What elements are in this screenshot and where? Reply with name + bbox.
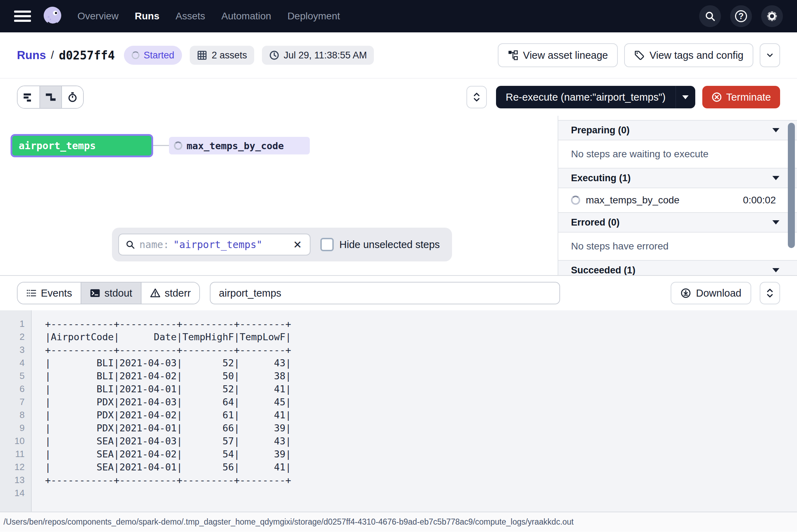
- primary-nav: Overview Runs Assets Automation Deployme…: [77, 11, 340, 22]
- tab-stdout[interactable]: stdout: [81, 283, 141, 304]
- reexecute-button[interactable]: Re-execute (name:"airport_temps"): [496, 86, 695, 108]
- step-graph-canvas[interactable]: airport_temps max_temps_by_code name: "a…: [0, 116, 558, 275]
- help-icon: [735, 10, 747, 22]
- log-file-path: /Users/ben/repos/components_demo/spark-d…: [4, 517, 574, 527]
- log-line: 6| BLI|2021-04-01| 52| 41|: [0, 382, 797, 395]
- tab-stderr[interactable]: stderr: [141, 283, 199, 304]
- step-filter-input[interactable]: name: "airport_temps": [118, 234, 310, 255]
- log-line: 4| BLI|2021-04-03| 52| 43|: [0, 356, 797, 369]
- executing-step-row[interactable]: max_temps_by_code 0:00:02: [558, 188, 797, 212]
- section-succeeded-title: Succeeded (1): [571, 265, 635, 276]
- spinner-icon: [571, 196, 580, 205]
- log-line: 14: [0, 487, 797, 500]
- hamburger-menu-icon[interactable]: [14, 11, 31, 22]
- log-line: 1+-----------+----------+---------+-----…: [0, 317, 797, 330]
- settings-button[interactable]: [761, 5, 783, 27]
- clear-filter-icon[interactable]: [291, 239, 303, 251]
- lineage-icon: [508, 50, 518, 61]
- run-header: Runs / d0257ff4 Started 2 assets Jul 29,…: [0, 32, 797, 78]
- filter-query-value: "airport_temps": [173, 239, 262, 251]
- search-button[interactable]: [699, 5, 721, 27]
- log-line: 3+-----------+----------+---------+-----…: [0, 343, 797, 356]
- executing-step-name: max_temps_by_code: [586, 195, 679, 206]
- hide-unselected-label: Hide unselected steps: [339, 239, 440, 251]
- run-id: d0257ff4: [59, 49, 115, 62]
- step-node-max-temps-by-code[interactable]: max_temps_by_code: [169, 137, 310, 154]
- view-asset-lineage-label: View asset lineage: [523, 50, 608, 61]
- reexecute-dropdown[interactable]: [676, 86, 695, 108]
- nav-item-automation[interactable]: Automation: [221, 11, 271, 22]
- log-line: 8| PDX|2021-04-02| 61| 41|: [0, 408, 797, 422]
- log-line: 2|AirportCode| Date|TempHighF|TempLowF|: [0, 330, 797, 343]
- search-icon: [125, 240, 135, 249]
- stopwatch-icon: [67, 92, 78, 102]
- run-status-label: Started: [144, 50, 174, 61]
- section-preparing-header[interactable]: Preparing (0): [558, 120, 797, 140]
- search-icon: [704, 11, 716, 22]
- tab-events[interactable]: Events: [18, 283, 81, 304]
- assets-chip-label: 2 assets: [212, 50, 247, 61]
- expand-logs-button[interactable]: [760, 282, 780, 304]
- view-asset-lineage-button[interactable]: View asset lineage: [498, 43, 618, 67]
- caret-down-icon: [772, 268, 779, 272]
- nav-item-runs[interactable]: Runs: [135, 11, 159, 22]
- log-line: 5| BLI|2021-04-02| 50| 38|: [0, 369, 797, 382]
- view-tags-config-button[interactable]: View tags and config: [624, 43, 753, 67]
- nav-item-overview[interactable]: Overview: [77, 11, 119, 22]
- log-line: 13+-----------+----------+---------+----…: [0, 474, 797, 487]
- circle-x-icon: [711, 92, 722, 102]
- clock-icon: [269, 50, 280, 61]
- view-mode-waterfall-button[interactable]: [39, 86, 61, 108]
- download-button[interactable]: Download: [671, 282, 751, 304]
- zoom-fit-button[interactable]: [466, 86, 487, 108]
- log-step-selector-value: airport_temps: [219, 287, 281, 299]
- expand-vertical-icon: [472, 92, 481, 102]
- dagster-logo-icon[interactable]: [42, 5, 63, 27]
- view-mode-flat-button[interactable]: [18, 86, 39, 108]
- terminate-label: Terminate: [726, 91, 771, 103]
- run-status-badge: Started: [124, 46, 182, 65]
- caret-down-icon: [772, 220, 779, 224]
- step-filter-bar: name: "airport_temps" Hide unselected st…: [112, 228, 452, 261]
- log-step-selector[interactable]: airport_temps: [210, 282, 560, 304]
- assets-chip[interactable]: 2 assets: [190, 46, 254, 65]
- log-file-path-bar: /Users/ben/repos/components_demo/spark-d…: [0, 512, 797, 532]
- settings-gear-icon: [766, 10, 778, 23]
- reexecute-label: Re-execute (name:"airport_temps"): [496, 86, 676, 108]
- spinner-icon: [174, 141, 182, 150]
- log-line: 12| SEA|2021-04-01| 56| 41|: [0, 461, 797, 474]
- log-line: 9| PDX|2021-04-01| 66| 39|: [0, 422, 797, 435]
- step-node-airport-temps[interactable]: airport_temps: [11, 134, 153, 157]
- breadcrumb-separator: /: [51, 49, 54, 62]
- breadcrumb-runs-link[interactable]: Runs: [17, 49, 46, 62]
- grid-icon: [197, 50, 207, 61]
- section-executing-header[interactable]: Executing (1): [558, 168, 797, 188]
- timestamp-chip: Jul 29, 11:38:55 AM: [262, 46, 374, 65]
- section-errored-empty: No steps have errored: [558, 233, 797, 260]
- run-actions-dropdown-button[interactable]: [760, 43, 780, 67]
- view-mode-timer-button[interactable]: [61, 86, 83, 108]
- run-gantt-area: airport_temps max_temps_by_code name: "a…: [0, 116, 797, 275]
- timestamp-label: Jul 29, 11:38:55 AM: [284, 50, 367, 61]
- log-output[interactable]: 1+-----------+----------+---------+-----…: [0, 310, 797, 512]
- hide-unselected-checkbox[interactable]: [320, 238, 334, 251]
- expand-vertical-icon: [765, 288, 774, 298]
- nav-item-deployment[interactable]: Deployment: [287, 11, 340, 22]
- nav-item-assets[interactable]: Assets: [176, 11, 205, 22]
- terminate-button[interactable]: Terminate: [702, 86, 780, 108]
- steps-panel-scrollbar[interactable]: [788, 123, 795, 248]
- tab-events-label: Events: [41, 287, 72, 299]
- chevron-down-icon: [765, 51, 774, 60]
- section-errored-header[interactable]: Errored (0): [558, 212, 797, 233]
- download-icon: [680, 288, 691, 298]
- section-succeeded-header[interactable]: Succeeded (1): [558, 260, 797, 275]
- terminal-icon: [90, 288, 100, 298]
- log-line: 7| PDX|2021-04-03| 64| 45|: [0, 395, 797, 408]
- steps-panel: Preparing (0) No steps are waiting to ex…: [558, 116, 797, 275]
- caret-down-icon: [772, 176, 779, 180]
- event-list-icon: [26, 288, 37, 298]
- tab-stderr-label: stderr: [165, 287, 191, 299]
- filter-query-prefix: name:: [139, 239, 169, 251]
- help-button[interactable]: [730, 5, 752, 27]
- view-mode-toggle: [17, 86, 84, 109]
